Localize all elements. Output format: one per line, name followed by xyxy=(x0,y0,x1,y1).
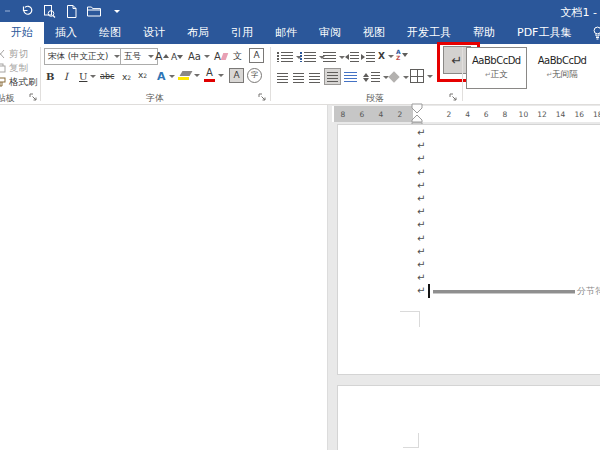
numbering-button[interactable] xyxy=(300,49,325,65)
print-preview-icon[interactable] xyxy=(43,5,56,18)
chevron-down-icon[interactable] xyxy=(194,74,200,77)
tab-9-视图[interactable]: 视图 xyxy=(352,22,396,44)
pane-divider xyxy=(327,105,328,450)
eraser-icon xyxy=(221,53,229,60)
paragraph-group-label: 段落 xyxy=(335,92,415,105)
tab-4-设计[interactable]: 设计 xyxy=(132,22,176,44)
asian-layout-button[interactable]: X xyxy=(378,48,394,64)
character-shading-button[interactable]: A xyxy=(229,67,244,83)
paragraph-mark: ↵ xyxy=(417,192,425,205)
clipboard-button-剪切[interactable]: 剪切 xyxy=(0,48,28,61)
align-left-button[interactable] xyxy=(277,70,288,86)
clipboard-button-格式刷[interactable]: 格式刷 xyxy=(0,76,38,89)
paragraph-mark: ↵ xyxy=(417,245,425,258)
paragraph-mark: ↵ xyxy=(417,218,425,231)
text-cursor xyxy=(428,284,430,298)
paragraph-mark: ↵ xyxy=(417,232,425,245)
ribbon: 剪切复制格式刷 剪贴板 宋体 (中文正文) 五号 A A Aa A 文 A B … xyxy=(0,44,600,105)
phonetic-guide-button[interactable]: 文 xyxy=(233,48,242,64)
distribute-button[interactable] xyxy=(344,69,357,85)
paragraph-dialog-launcher[interactable] xyxy=(449,93,458,102)
up-caret-icon xyxy=(163,54,169,58)
multilevel-list-icon xyxy=(323,52,336,62)
change-case-button[interactable]: Aa xyxy=(188,48,210,64)
decrease-indent-button[interactable] xyxy=(345,49,359,65)
bold-button[interactable]: B xyxy=(46,68,54,84)
align-right-button[interactable] xyxy=(309,70,320,86)
style-card-正文[interactable]: AaBbCcDd↵正文 xyxy=(466,47,527,89)
text-effects-button[interactable]: A xyxy=(157,68,175,84)
chevron-down-icon[interactable] xyxy=(388,55,394,58)
chevron-down-icon[interactable] xyxy=(148,55,154,58)
strikethrough-button[interactable]: abc xyxy=(100,68,114,84)
tell-me-search[interactable]: 操作说明搜索 xyxy=(592,26,600,41)
format-painter-icon xyxy=(0,77,6,89)
ribbon-tab-bar: 开始插入绘图设计布局引用邮件审阅视图开发工具帮助PDF工具集 操作说明搜索 xyxy=(0,22,600,44)
margin-crop-mark xyxy=(403,433,419,448)
tab-3-绘图[interactable]: 绘图 xyxy=(88,22,132,44)
tab-8-审阅[interactable]: 审阅 xyxy=(308,22,352,44)
clipboard-dialog-launcher[interactable] xyxy=(29,93,38,102)
paragraph-mark: ↵ xyxy=(417,166,425,179)
tab-2-插入[interactable]: 插入 xyxy=(44,22,88,44)
tab-1-开始[interactable]: 开始 xyxy=(0,22,44,44)
sort-button[interactable]: AZ xyxy=(396,47,408,63)
arrow-right-icon xyxy=(361,54,365,60)
underline-button[interactable]: U xyxy=(79,68,96,84)
document-page-2[interactable] xyxy=(337,385,600,450)
horizontal-ruler[interactable]: 864224681012141618 xyxy=(332,106,600,122)
enclose-characters-button[interactable]: 字 xyxy=(247,67,262,83)
paragraph-mark: ↵ xyxy=(417,258,425,271)
chevron-down-icon[interactable] xyxy=(90,75,96,78)
tab-7-邮件[interactable]: 邮件 xyxy=(264,22,308,44)
multilevel-list-button[interactable] xyxy=(323,49,345,65)
undo-icon[interactable] xyxy=(21,5,33,17)
arrow-down-icon xyxy=(402,53,408,57)
borders-button[interactable] xyxy=(410,68,433,84)
font-color-bar xyxy=(204,79,215,82)
shrink-font-button[interactable]: A xyxy=(171,49,183,65)
highlighter-pen-icon xyxy=(178,71,191,80)
align-center-button[interactable] xyxy=(293,70,304,86)
shading-button[interactable] xyxy=(388,69,409,85)
tab-11-帮助[interactable]: 帮助 xyxy=(462,22,506,44)
tab-5-布局[interactable]: 布局 xyxy=(176,22,220,44)
italic-button[interactable]: I xyxy=(64,68,68,84)
chevron-down-icon[interactable] xyxy=(427,75,433,78)
group-divider xyxy=(270,47,271,101)
clear-formatting-button[interactable]: A xyxy=(214,48,227,64)
grow-font-button[interactable]: A xyxy=(155,48,169,64)
ribbon-tabs: 开始插入绘图设计布局引用邮件审阅视图开发工具帮助PDF工具集 xyxy=(0,22,582,44)
bullets-button[interactable] xyxy=(277,49,302,65)
paragraph-mark: ↵ xyxy=(417,285,425,296)
section-break-label: 分节符 xyxy=(577,285,600,298)
increase-indent-button[interactable] xyxy=(361,49,375,65)
open-folder-icon[interactable] xyxy=(87,5,101,17)
character-border-button[interactable]: A xyxy=(249,47,264,63)
chevron-down-icon[interactable] xyxy=(403,76,409,79)
text-highlight-button[interactable] xyxy=(178,67,200,83)
tab-12-PDF工具集[interactable]: PDF工具集 xyxy=(506,22,582,44)
clipboard-button-复制[interactable]: 复制 xyxy=(0,62,28,75)
justify-button[interactable] xyxy=(324,68,341,85)
font-color-button[interactable]: A xyxy=(204,67,224,83)
chevron-down-icon[interactable] xyxy=(218,74,224,77)
chevron-down-icon[interactable] xyxy=(169,75,175,78)
new-document-icon[interactable] xyxy=(66,5,77,18)
copy-icon xyxy=(0,63,6,75)
superscript-button[interactable]: x2 xyxy=(138,67,147,83)
styles-gallery: AaBbCcDd↵正文AaBbCcDd↵无间隔AaB标题 xyxy=(466,47,600,91)
line-spacing-button[interactable] xyxy=(363,69,389,85)
font-dialog-launcher[interactable] xyxy=(258,93,267,102)
style-card-无间隔[interactable]: AaBbCcDd↵无间隔 xyxy=(532,47,593,89)
tab-6-引用[interactable]: 引用 xyxy=(220,22,264,44)
document-page-1[interactable] xyxy=(337,124,600,375)
borders-grid-icon xyxy=(410,69,424,83)
subscript-button[interactable]: x2 xyxy=(122,69,131,85)
paragraph-mark: ↵ xyxy=(417,179,425,192)
qat-customize-dropdown-icon[interactable] xyxy=(114,10,120,13)
font-name-combo[interactable]: 宋体 (中文正文) xyxy=(44,48,124,65)
qat-handle-icon xyxy=(5,6,11,16)
font-size-combo[interactable]: 五号 xyxy=(120,48,158,65)
tab-10-开发工具[interactable]: 开发工具 xyxy=(396,22,462,44)
